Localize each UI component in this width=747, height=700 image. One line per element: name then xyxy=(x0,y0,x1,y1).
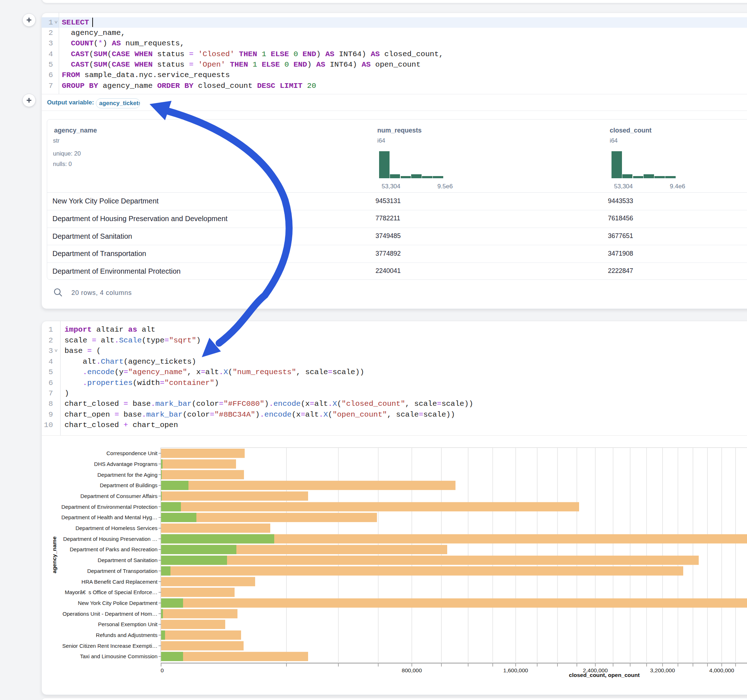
svg-text:Department of Homeless Service: Department of Homeless Services xyxy=(75,525,157,531)
svg-text:Department of Transportation: Department of Transportation xyxy=(87,568,157,574)
svg-text:Department of Sanitation: Department of Sanitation xyxy=(98,557,157,563)
svg-text:Taxi and Limousine Commission: Taxi and Limousine Commission xyxy=(80,653,157,659)
svg-text:agency_name: agency_name xyxy=(51,536,57,573)
svg-text:closed_count, open_count: closed_count, open_count xyxy=(569,672,640,678)
svg-text:800,000: 800,000 xyxy=(402,667,422,673)
svg-text:Mayorâ€ s Office of Special En: Mayorâ€ s Office of Special Enforce… xyxy=(65,589,157,595)
svg-text:HRA Benefit Card Replacement: HRA Benefit Card Replacement xyxy=(82,579,158,585)
svg-text:3,200,000: 3,200,000 xyxy=(650,667,675,673)
svg-text:Correspondence Unit: Correspondence Unit xyxy=(106,450,158,456)
svg-text:Personal Exemption Unit: Personal Exemption Unit xyxy=(98,621,158,627)
svg-text:Department for the Aging: Department for the Aging xyxy=(97,472,157,478)
svg-text:Department of Buildings: Department of Buildings xyxy=(100,482,157,488)
svg-text:1,600,000: 1,600,000 xyxy=(504,667,528,673)
svg-text:Department of Parks and Recrea: Department of Parks and Recreation xyxy=(70,546,157,552)
svg-text:Department of Health and Menta: Department of Health and Mental Hyg… xyxy=(61,514,157,520)
svg-text:New York City Police Departmen: New York City Police Department xyxy=(78,600,158,606)
svg-text:Refunds and Adjustments: Refunds and Adjustments xyxy=(96,632,157,638)
svg-text:DHS Advantage Programs: DHS Advantage Programs xyxy=(94,461,157,467)
svg-text:Department of Environmental Pr: Department of Environmental Protection xyxy=(61,504,157,510)
svg-text:Department of Consumer Affairs: Department of Consumer Affairs xyxy=(80,493,157,499)
svg-text:Department of Housing Preserva: Department of Housing Preservation … xyxy=(63,536,157,542)
svg-text:0: 0 xyxy=(161,667,164,673)
svg-text:Senior Citizen Rent Increase E: Senior Citizen Rent Increase Exempti… xyxy=(62,643,157,649)
svg-text:Operations Unit - Department o: Operations Unit - Department of Hom… xyxy=(63,611,157,617)
svg-text:4,000,000: 4,000,000 xyxy=(709,667,734,673)
